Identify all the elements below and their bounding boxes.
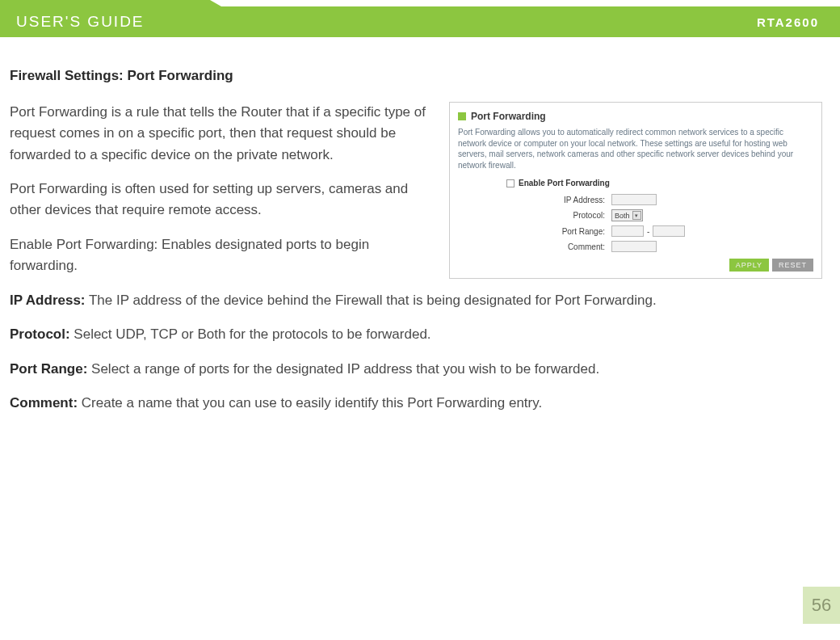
section-title: Firewall Settings: Port Forwarding (10, 68, 822, 84)
port-range-definition: Select a range of ports for the designat… (87, 361, 599, 377)
protocol-label: Protocol: (506, 211, 611, 220)
header-main: USER'S GUIDE RTA2600 (0, 6, 840, 37)
apply-button[interactable]: APPLY (729, 259, 769, 272)
paragraph-comment: Comment: Create a name that you can use … (10, 393, 822, 414)
figure-title-row: Port Forwarding (458, 111, 813, 122)
range-dash: - (644, 227, 653, 236)
ip-address-term: IP Address: (10, 293, 86, 308)
protocol-term: Protocol: (10, 326, 70, 342)
comment-row: Comment: (506, 241, 813, 252)
figure-description: Port Forwarding allows you to automatica… (458, 127, 813, 171)
chevron-down-icon: ▾ (632, 211, 641, 220)
ip-address-input[interactable] (611, 194, 657, 205)
paragraph-port-range: Port Range: Select a range of ports for … (10, 359, 822, 380)
comment-definition: Create a name that you can use to easily… (78, 395, 542, 411)
comment-term: Comment: (10, 395, 78, 411)
ip-address-label: IP Address: (506, 196, 611, 204)
comment-label: Comment: (506, 242, 611, 251)
port-range-start-input[interactable] (611, 225, 644, 237)
header-notch (210, 0, 221, 6)
enable-label: Enable Port Forwarding (519, 179, 610, 187)
figure-buttons: APPLY RESET (458, 259, 813, 272)
port-range-end-input[interactable] (653, 225, 685, 237)
figure-form: Enable Port Forwarding IP Address: Proto… (458, 179, 813, 252)
port-range-term: Port Range: (10, 361, 87, 377)
page-content: Firewall Settings: Port Forwarding Port … (0, 50, 840, 427)
protocol-value: Both (615, 212, 630, 220)
comment-input[interactable] (611, 241, 657, 252)
body-wrap: Port Forwarding Port Forwarding allows y… (10, 102, 822, 427)
paragraph-ip-address: IP Address: The IP address of the device… (10, 290, 822, 311)
protocol-row: Protocol: Both ▾ (506, 209, 813, 221)
square-icon (458, 112, 466, 120)
page-number: 56 (803, 587, 840, 624)
protocol-select[interactable]: Both ▾ (611, 209, 643, 221)
header-accent-bar (0, 0, 210, 6)
figure-title: Port Forwarding (471, 111, 546, 122)
header-title: USER'S GUIDE (16, 13, 145, 31)
enable-port-forwarding-row: Enable Port Forwarding (506, 179, 813, 187)
enable-checkbox[interactable] (506, 179, 514, 187)
paragraph-protocol: Protocol: Select UDP, TCP or Both for th… (10, 324, 822, 345)
ip-address-definition: The IP address of the device behind the … (86, 293, 657, 308)
protocol-definition: Select UDP, TCP or Both for the protocol… (70, 326, 431, 342)
port-range-label: Port Range: (506, 227, 611, 236)
figure-port-forwarding: Port Forwarding Port Forwarding allows y… (449, 102, 822, 279)
reset-button[interactable]: RESET (772, 259, 813, 272)
ip-address-row: IP Address: (506, 194, 813, 205)
page-header: USER'S GUIDE RTA2600 (0, 0, 840, 50)
header-model: RTA2600 (757, 15, 819, 29)
port-range-row: Port Range: - (506, 225, 813, 237)
